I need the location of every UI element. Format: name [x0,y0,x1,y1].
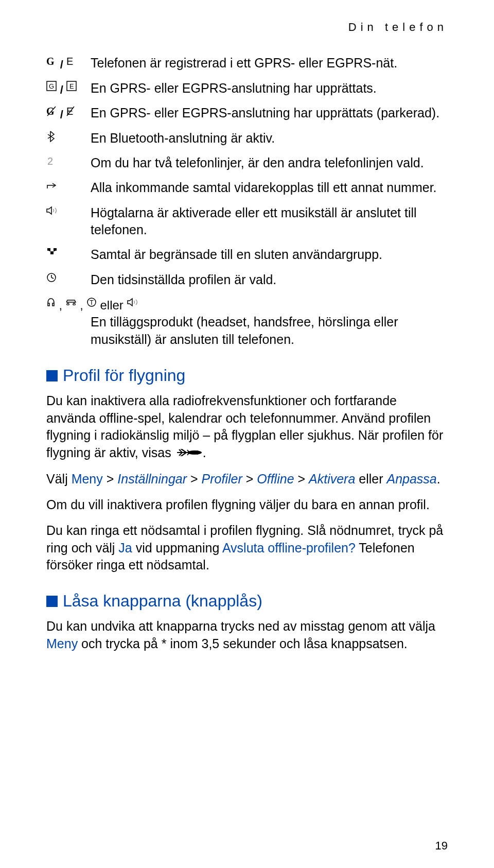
svg-text:E: E [66,56,73,67]
accessory-row: , , T eller [46,296,448,314]
text-span: > [297,472,309,486]
handsfree-icon [65,297,77,305]
loopset-icon: T [86,297,97,307]
square-bullet-icon [46,370,58,381]
section-title-text: Låsa knapparna (knapplås) [63,592,262,610]
text-span: . [203,445,206,460]
music-stand-speaker-icon [127,297,140,307]
text-span: . [437,472,440,486]
menu-path-item: Inställningar [117,472,187,486]
status-row: G / E Telefonen är registrerad i ett GPR… [46,55,448,73]
row-text: En Bluetooth-anslutning är aktiv. [91,130,448,147]
svg-line-18 [51,277,54,279]
flight-paragraph-2: Välj Meny > Inställningar > Profiler > O… [46,471,448,488]
svg-text:2: 2 [47,155,53,167]
text-span: och trycka på * inom 3,5 sekunder och lå… [78,636,408,651]
accessory-icons: , , T eller [46,296,140,314]
section-title-text: Profil för flygning [63,366,185,385]
row-text: Samtal är begränsade till en sluten anvä… [91,246,448,264]
airplane-icon [175,444,203,462]
status-row: 2 Om du har två telefonlinjer, är den an… [46,154,448,172]
menu-path-item: Meny [72,472,103,486]
text-span: Du kan undvika att knapparna trycks ned … [46,619,435,633]
svg-text:G: G [46,56,55,67]
speaker-icon [46,204,91,239]
call-forward-icon [46,179,91,197]
line-two-icon: 2 [46,154,91,172]
gprs-box-egprs-box-icons: G / E [46,80,91,98]
text-span: > [103,472,118,486]
accessory-text: En tilläggsprodukt (headset, handsfree, … [91,314,448,349]
prompt-text: Avsluta offline-profilen? [222,541,356,555]
keylock-paragraph-1: Du kan undvika att knapparna trycks ned … [46,618,448,653]
menu-path-item: Aktivera [309,472,355,486]
row-text: En GPRS- eller EGPRS-anslutning har uppr… [91,105,448,123]
text-span: > [242,472,257,486]
option-text: Ja [118,541,132,555]
flight-paragraph-4: Du kan ringa ett nödsamtal i profilen fl… [46,522,448,574]
svg-text:T: T [90,299,94,306]
gprs-egprs-icons: G / E [46,55,91,73]
closed-group-icon [46,246,91,264]
svg-line-15 [52,251,55,252]
menu-path-item: Meny [46,636,78,651]
svg-text:E: E [69,82,74,90]
svg-rect-12 [54,248,57,251]
status-row: Högtalarna är aktiverade eller ett musik… [46,204,448,239]
bluetooth-icon [46,130,91,147]
row-text: Högtalarna är aktiverade eller ett musik… [91,204,448,239]
svg-rect-13 [50,252,54,254]
flight-paragraph-1: Du kan inaktivera alla radiofrekvensfunk… [46,392,448,463]
flight-paragraph-3: Om du vill inaktivera profilen flygning … [46,496,448,514]
row-text: Den tidsinställda profilen är vald. [91,271,448,289]
status-row: En Bluetooth-anslutning är aktiv. [46,130,448,147]
row-text: En GPRS- eller EGPRS-anslutning har uppr… [91,80,448,98]
page-header: Din telefon [46,21,448,34]
svg-text:G: G [49,82,54,90]
status-row: Den tidsinställda profilen är vald. [46,271,448,289]
svg-point-21 [187,450,202,455]
menu-path-item: Profiler [202,472,242,486]
row-text: Alla inkommande samtal vidarekopplas til… [91,179,448,197]
section-heading-keylock: Låsa knapparna (knapplås) [46,592,448,611]
status-row: Alla inkommande samtal vidarekopplas til… [46,179,448,197]
page-number: 19 [435,839,448,853]
text-span: > [187,472,202,486]
square-bullet-icon [46,596,58,607]
row-text: Om du har två telefonlinjer, är den andr… [91,154,448,172]
text-span: Du kan inaktivera alla radiofrekvensfunk… [46,393,443,460]
svg-line-14 [49,251,52,252]
status-row: G / E En GPRS- eller EGPRS-anslutning ha… [46,105,448,123]
menu-path-item: Anpassa [386,472,436,486]
connector-text: eller [100,298,127,312]
status-row: G / E En GPRS- eller EGPRS-anslutning ha… [46,80,448,98]
section-heading-flight: Profil för flygning [46,366,448,385]
timed-profile-icon [46,271,91,289]
headset-icon [46,297,56,307]
row-text: Telefonen är registrerad i ett GPRS- ell… [91,55,448,73]
text-span: Välj [46,472,72,486]
text-span: eller [355,472,386,486]
status-row: Samtal är begränsade till en sluten anvä… [46,246,448,264]
gprs-slash-egprs-slash-icons: G / E [46,105,91,123]
text-span: vid uppmaning [132,541,222,555]
svg-rect-11 [47,248,50,251]
menu-path-item: Offline [257,472,297,486]
